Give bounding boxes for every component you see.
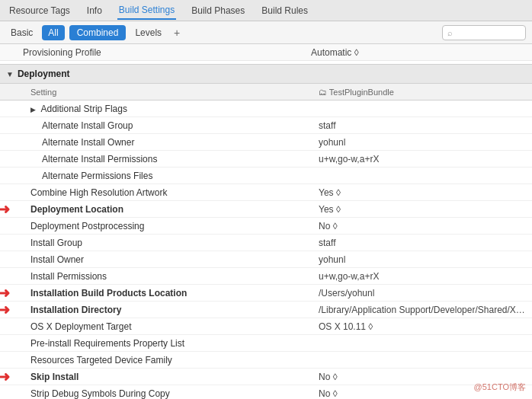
setting-name: ▶ Additional Strip Flags xyxy=(0,104,319,114)
setting-name: Deployment Postprocessing xyxy=(0,221,319,231)
table-row[interactable]: ➜Skip InstallNo ◊ xyxy=(0,369,532,385)
watermark: @51CTO博客 xyxy=(474,381,526,393)
setting-name: Combine High Resolution Artwork xyxy=(0,187,319,198)
provisioning-value: Automatic ◊ xyxy=(311,47,524,58)
setting-value: No ◊ xyxy=(319,221,532,231)
setting-name: Installation Directory xyxy=(0,305,319,315)
arrow-icon: ➜ xyxy=(0,201,10,218)
tab-info[interactable]: Info xyxy=(85,2,104,19)
table-row[interactable]: ➜Installation Directory/Library/Applicat… xyxy=(0,302,532,318)
setting-value: Yes ◊ xyxy=(319,204,532,215)
arrow-icon: ➜ xyxy=(0,302,10,318)
setting-value: u+w,go-w,a+rX xyxy=(319,271,532,282)
setting-name: Alternate Install Owner xyxy=(0,137,319,148)
setting-name: OS X Deployment Target xyxy=(0,321,319,332)
filter-levels[interactable]: Levels xyxy=(130,26,166,40)
setting-value: /Users/yohunl xyxy=(319,288,532,298)
setting-name: Strip Debug Symbols During Copy xyxy=(0,388,319,399)
setting-name: Alternate Install Permissions xyxy=(0,154,319,164)
section-collapse-icon: ▼ xyxy=(6,70,14,78)
setting-name: Alternate Permissions Files xyxy=(0,171,319,181)
setting-name: Skip Install xyxy=(0,372,319,382)
setting-name: Install Group xyxy=(0,238,319,248)
filter-all-button[interactable]: All xyxy=(42,25,64,40)
settings-rows: ▶ Additional Strip FlagsAlternate Instal… xyxy=(0,101,532,399)
search-icon: ⌕ xyxy=(447,28,453,37)
settings-area: Provisioning Profile Automatic ◊ ▼ Deplo… xyxy=(0,44,532,399)
column-header-row: Setting 🗂 TestPluginBundle xyxy=(0,84,532,101)
filter-bar: Basic All Combined Levels + ⌕ xyxy=(0,21,532,44)
table-row[interactable]: Deployment PostprocessingNo ◊ xyxy=(0,218,532,235)
arrow-icon: ➜ xyxy=(0,369,10,385)
setting-value: u+w,go-w,a+rX xyxy=(319,154,532,164)
setting-value: yohunl xyxy=(319,254,532,265)
table-row[interactable]: ➜Deployment LocationYes ◊ xyxy=(0,201,532,218)
table-row[interactable]: Alternate Install Permissionsu+w,go-w,a+… xyxy=(0,151,532,168)
filter-combined-button[interactable]: Combined xyxy=(69,25,127,40)
setting-value: OS X 10.11 ◊ xyxy=(319,321,532,332)
setting-name: Pre-install Requirements Property List xyxy=(0,338,319,349)
provisioning-label: Provisioning Profile xyxy=(8,47,311,58)
table-row[interactable]: Install Groupstaff xyxy=(0,235,532,251)
setting-name: Resources Targeted Device Family xyxy=(0,355,319,365)
setting-value: staff xyxy=(319,238,532,248)
filter-basic[interactable]: Basic xyxy=(6,26,37,40)
setting-name: Installation Build Products Location xyxy=(0,288,319,298)
table-row[interactable]: ▶ Additional Strip Flags xyxy=(0,101,532,117)
col-header-setting: Setting xyxy=(0,88,319,97)
table-row[interactable]: ➜Installation Build Products Location/Us… xyxy=(0,285,532,302)
tab-build-phases[interactable]: Build Phases xyxy=(190,2,246,19)
setting-value: No ◊ xyxy=(319,372,532,382)
table-row[interactable]: Alternate Install Owneryohunl xyxy=(0,134,532,151)
setting-value: Yes ◊ xyxy=(319,187,532,198)
table-row[interactable]: Combine High Resolution ArtworkYes ◊ xyxy=(0,184,532,201)
tab-build-settings[interactable]: Build Settings xyxy=(117,2,176,20)
table-row[interactable]: Pre-install Requirements Property List xyxy=(0,335,532,352)
table-row[interactable]: Alternate Permissions Files xyxy=(0,168,532,184)
setting-name: Install Owner xyxy=(0,254,319,265)
table-row[interactable]: Install Permissionsu+w,go-w,a+rX xyxy=(0,268,532,285)
setting-name: Alternate Install Group xyxy=(0,120,319,131)
add-filter-button[interactable]: + xyxy=(171,27,183,39)
tab-build-rules[interactable]: Build Rules xyxy=(260,2,309,19)
table-row[interactable]: Install Owneryohunl xyxy=(0,251,532,268)
top-nav: Resource Tags Info Build Settings Build … xyxy=(0,0,532,21)
table-row[interactable]: Resources Targeted Device Family xyxy=(0,352,532,369)
setting-name: Deployment Location xyxy=(0,204,319,215)
table-row[interactable]: Alternate Install Groupstaff xyxy=(0,117,532,134)
deployment-section-header[interactable]: ▼ Deployment xyxy=(0,64,532,84)
search-box[interactable]: ⌕ xyxy=(442,25,526,40)
setting-value: /Library/Application Support/Developer/S… xyxy=(319,305,532,315)
arrow-icon: ➜ xyxy=(0,285,10,302)
setting-value: yohunl xyxy=(319,137,532,148)
table-row[interactable]: Strip Debug Symbols During CopyNo ◊ xyxy=(0,385,532,399)
table-row[interactable]: OS X Deployment TargetOS X 10.11 ◊ xyxy=(0,318,532,335)
section-title: Deployment xyxy=(18,69,70,79)
tab-resource-tags[interactable]: Resource Tags xyxy=(8,2,72,19)
col-header-value: 🗂 TestPluginBundle xyxy=(319,88,532,97)
setting-value: staff xyxy=(319,120,532,131)
provisioning-row: Provisioning Profile Automatic ◊ xyxy=(0,44,532,61)
setting-name: Install Permissions xyxy=(0,271,319,282)
expand-icon: ▶ xyxy=(30,106,38,113)
